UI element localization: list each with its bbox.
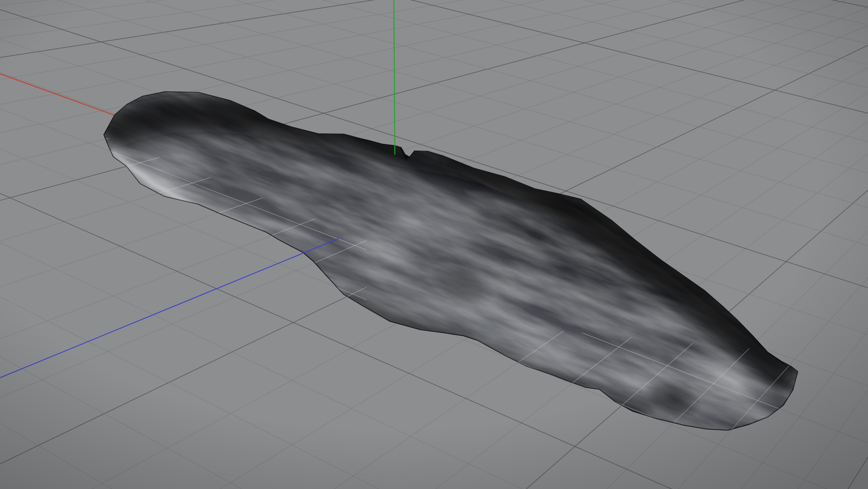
viewport-vignette — [0, 0, 868, 489]
3d-viewport[interactable] — [0, 0, 868, 489]
